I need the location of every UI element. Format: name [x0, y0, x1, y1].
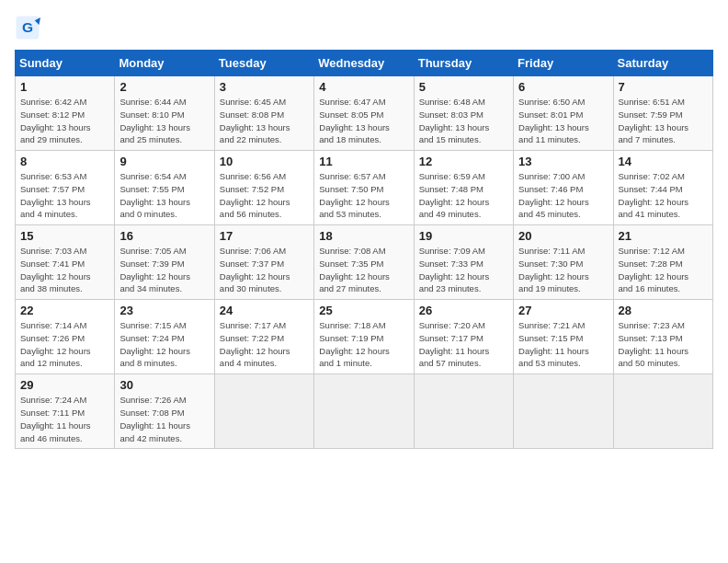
day-number: 14: [619, 155, 708, 168]
calendar-cell: [414, 374, 513, 449]
day-number: 7: [619, 80, 708, 94]
weekday-header-sunday: Sunday: [16, 51, 115, 76]
weekday-header-tuesday: Tuesday: [214, 51, 313, 76]
calendar-cell: 2Sunrise: 6:44 AM Sunset: 8:10 PM Daylig…: [115, 76, 214, 151]
day-number: 12: [419, 155, 508, 168]
day-number: 29: [20, 378, 109, 392]
calendar-cell: 13Sunrise: 7:00 AM Sunset: 7:46 PM Dayli…: [514, 151, 613, 225]
day-number: 13: [518, 155, 608, 168]
day-number: 8: [20, 155, 109, 168]
day-info: Sunrise: 7:11 AM Sunset: 7:30 PM Dayligh…: [518, 245, 608, 295]
day-number: 24: [220, 304, 309, 317]
calendar-cell: 14Sunrise: 7:02 AM Sunset: 7:44 PM Dayli…: [613, 151, 712, 225]
day-info: Sunrise: 6:47 AM Sunset: 8:05 PM Dayligh…: [319, 96, 408, 146]
day-number: 22: [20, 304, 109, 317]
calendar-week-row-5: 29Sunrise: 7:24 AM Sunset: 7:11 PM Dayli…: [16, 374, 713, 449]
calendar-cell: 24Sunrise: 7:17 AM Sunset: 7:22 PM Dayli…: [214, 300, 313, 374]
day-info: Sunrise: 7:17 AM Sunset: 7:22 PM Dayligh…: [220, 319, 309, 370]
day-number: 3: [220, 80, 309, 94]
calendar-cell: 28Sunrise: 7:23 AM Sunset: 7:13 PM Dayli…: [613, 300, 712, 374]
day-info: Sunrise: 7:24 AM Sunset: 7:11 PM Dayligh…: [20, 394, 109, 444]
calendar-cell: [514, 374, 613, 449]
calendar-week-row-3: 15Sunrise: 7:03 AM Sunset: 7:41 PM Dayli…: [16, 225, 713, 300]
calendar-cell: 17Sunrise: 7:06 AM Sunset: 7:37 PM Dayli…: [214, 225, 313, 300]
day-number: 21: [619, 229, 708, 243]
day-info: Sunrise: 7:06 AM Sunset: 7:37 PM Dayligh…: [220, 245, 309, 295]
day-number: 10: [220, 155, 309, 168]
calendar-cell: [613, 374, 712, 449]
calendar-cell: 20Sunrise: 7:11 AM Sunset: 7:30 PM Dayli…: [514, 225, 613, 300]
day-info: Sunrise: 6:45 AM Sunset: 8:08 PM Dayligh…: [220, 96, 309, 146]
weekday-header-thursday: Thursday: [414, 51, 513, 76]
calendar-cell: 22Sunrise: 7:14 AM Sunset: 7:26 PM Dayli…: [16, 300, 115, 374]
calendar-cell: 29Sunrise: 7:24 AM Sunset: 7:11 PM Dayli…: [16, 374, 115, 449]
logo-icon: G: [15, 15, 40, 40]
day-info: Sunrise: 7:26 AM Sunset: 7:08 PM Dayligh…: [119, 394, 209, 444]
day-info: Sunrise: 7:09 AM Sunset: 7:33 PM Dayligh…: [419, 245, 508, 295]
day-info: Sunrise: 6:51 AM Sunset: 7:59 PM Dayligh…: [619, 96, 708, 146]
day-info: Sunrise: 6:44 AM Sunset: 8:10 PM Dayligh…: [119, 96, 209, 146]
day-info: Sunrise: 6:53 AM Sunset: 7:57 PM Dayligh…: [20, 170, 109, 221]
day-info: Sunrise: 7:15 AM Sunset: 7:24 PM Dayligh…: [119, 319, 209, 370]
calendar-cell: 30Sunrise: 7:26 AM Sunset: 7:08 PM Dayli…: [115, 374, 214, 449]
calendar-cell: [214, 374, 313, 449]
day-info: Sunrise: 7:02 AM Sunset: 7:44 PM Dayligh…: [619, 170, 708, 221]
day-info: Sunrise: 7:05 AM Sunset: 7:39 PM Dayligh…: [119, 245, 209, 295]
calendar-cell: 15Sunrise: 7:03 AM Sunset: 7:41 PM Dayli…: [16, 225, 115, 300]
weekday-header-friday: Friday: [514, 51, 613, 76]
weekday-header-saturday: Saturday: [613, 51, 712, 76]
day-number: 19: [419, 229, 508, 243]
calendar-cell: 8Sunrise: 6:53 AM Sunset: 7:57 PM Daylig…: [16, 151, 115, 225]
calendar-cell: 16Sunrise: 7:05 AM Sunset: 7:39 PM Dayli…: [115, 225, 214, 300]
calendar-cell: [314, 374, 414, 449]
svg-text:G: G: [22, 19, 33, 35]
calendar-cell: 5Sunrise: 6:48 AM Sunset: 8:03 PM Daylig…: [414, 76, 513, 151]
day-info: Sunrise: 7:23 AM Sunset: 7:13 PM Dayligh…: [619, 319, 708, 370]
calendar-cell: 3Sunrise: 6:45 AM Sunset: 8:08 PM Daylig…: [214, 76, 313, 151]
header: G: [15, 15, 713, 40]
day-info: Sunrise: 7:18 AM Sunset: 7:19 PM Dayligh…: [319, 319, 408, 370]
calendar-cell: 9Sunrise: 6:54 AM Sunset: 7:55 PM Daylig…: [115, 151, 214, 225]
calendar-week-row-4: 22Sunrise: 7:14 AM Sunset: 7:26 PM Dayli…: [16, 300, 713, 374]
day-number: 27: [518, 304, 608, 317]
day-number: 26: [419, 304, 508, 317]
calendar-week-row-2: 8Sunrise: 6:53 AM Sunset: 7:57 PM Daylig…: [16, 151, 713, 225]
logo: G: [15, 15, 44, 40]
calendar-table: SundayMondayTuesdayWednesdayThursdayFrid…: [15, 50, 713, 449]
calendar-cell: 27Sunrise: 7:21 AM Sunset: 7:15 PM Dayli…: [514, 300, 613, 374]
calendar-cell: 19Sunrise: 7:09 AM Sunset: 7:33 PM Dayli…: [414, 225, 513, 300]
day-number: 11: [319, 155, 408, 168]
weekday-header-wednesday: Wednesday: [314, 51, 414, 76]
calendar-cell: 18Sunrise: 7:08 AM Sunset: 7:35 PM Dayli…: [314, 225, 414, 300]
day-info: Sunrise: 7:12 AM Sunset: 7:28 PM Dayligh…: [619, 245, 708, 295]
day-info: Sunrise: 7:21 AM Sunset: 7:15 PM Dayligh…: [518, 319, 608, 370]
calendar-cell: 12Sunrise: 6:59 AM Sunset: 7:48 PM Dayli…: [414, 151, 513, 225]
calendar-cell: 25Sunrise: 7:18 AM Sunset: 7:19 PM Dayli…: [314, 300, 414, 374]
weekday-header-monday: Monday: [115, 51, 214, 76]
day-number: 17: [220, 229, 309, 243]
calendar-cell: 11Sunrise: 6:57 AM Sunset: 7:50 PM Dayli…: [314, 151, 414, 225]
day-info: Sunrise: 6:42 AM Sunset: 8:12 PM Dayligh…: [20, 96, 109, 146]
calendar-cell: 6Sunrise: 6:50 AM Sunset: 8:01 PM Daylig…: [514, 76, 613, 151]
day-info: Sunrise: 6:56 AM Sunset: 7:52 PM Dayligh…: [220, 170, 309, 221]
day-number: 23: [119, 304, 209, 317]
day-number: 1: [20, 80, 109, 94]
day-info: Sunrise: 7:00 AM Sunset: 7:46 PM Dayligh…: [518, 170, 608, 221]
calendar-week-row-1: 1Sunrise: 6:42 AM Sunset: 8:12 PM Daylig…: [16, 76, 713, 151]
calendar-cell: 4Sunrise: 6:47 AM Sunset: 8:05 PM Daylig…: [314, 76, 414, 151]
day-number: 20: [518, 229, 608, 243]
day-number: 28: [619, 304, 708, 317]
day-number: 6: [518, 80, 608, 94]
calendar-cell: 7Sunrise: 6:51 AM Sunset: 7:59 PM Daylig…: [613, 76, 712, 151]
day-number: 15: [20, 229, 109, 243]
day-number: 18: [319, 229, 408, 243]
calendar-cell: 23Sunrise: 7:15 AM Sunset: 7:24 PM Dayli…: [115, 300, 214, 374]
calendar-cell: 21Sunrise: 7:12 AM Sunset: 7:28 PM Dayli…: [613, 225, 712, 300]
day-info: Sunrise: 6:48 AM Sunset: 8:03 PM Dayligh…: [419, 96, 508, 146]
day-info: Sunrise: 6:54 AM Sunset: 7:55 PM Dayligh…: [119, 170, 209, 221]
day-number: 9: [119, 155, 209, 168]
day-info: Sunrise: 7:20 AM Sunset: 7:17 PM Dayligh…: [419, 319, 508, 370]
day-number: 16: [119, 229, 209, 243]
day-info: Sunrise: 7:08 AM Sunset: 7:35 PM Dayligh…: [319, 245, 408, 295]
day-info: Sunrise: 7:03 AM Sunset: 7:41 PM Dayligh…: [20, 245, 109, 295]
